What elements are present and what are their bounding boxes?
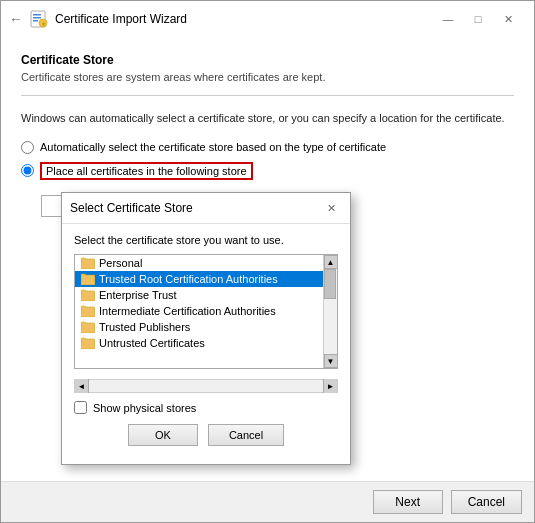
bottom-bar: Next Cancel (1, 481, 534, 522)
info-text: Windows can automatically select a certi… (21, 110, 514, 127)
tree-item-intermediate[interactable]: Intermediate Certification Authorities (75, 303, 323, 319)
title-bar-controls: — □ ✕ (434, 9, 522, 29)
folder-icon (81, 305, 95, 317)
dialog-buttons: OK Cancel (74, 424, 338, 454)
dialog-title-bar: Select Certificate Store ✕ (62, 193, 350, 224)
section-title: Certificate Store (21, 53, 514, 67)
svg-rect-3 (33, 20, 38, 22)
svg-text:★: ★ (41, 21, 46, 27)
tree-item-trusted-root[interactable]: Trusted Root Certification Authorities (75, 271, 323, 287)
folder-icon (81, 321, 95, 333)
main-content: Certificate Store Certificate stores are… (1, 37, 534, 481)
radio-auto-input[interactable] (21, 141, 34, 154)
tree-item-enterprise[interactable]: Enterprise Trust (75, 287, 323, 303)
svg-rect-1 (33, 14, 41, 16)
select-store-dialog: Select Certificate Store ✕ Select the ce… (61, 192, 351, 465)
maximize-button[interactable]: □ (464, 9, 492, 29)
radio-auto-label: Automatically select the certificate sto… (40, 141, 386, 153)
tree-item-label: Trusted Root Certification Authorities (99, 273, 278, 285)
show-physical-checkbox[interactable] (74, 401, 87, 414)
next-button[interactable]: Next (373, 490, 443, 514)
main-window: ← ★ Certificate Import Wizard — □ ✕ Cert… (0, 0, 535, 523)
back-arrow[interactable]: ← (9, 11, 23, 27)
tree-item-label: Enterprise Trust (99, 289, 177, 301)
wizard-icon: ★ (29, 9, 49, 29)
folder-icon (81, 257, 95, 269)
section-description: Certificate stores are system areas wher… (21, 71, 514, 83)
scroll-right[interactable]: ► (323, 379, 337, 393)
folder-icon (81, 289, 95, 301)
section-divider (21, 95, 514, 96)
radio-auto[interactable]: Automatically select the certificate sto… (21, 141, 514, 154)
radio-manual-label: Place all certificates in the following … (40, 162, 253, 180)
cancel-button[interactable]: Cancel (451, 490, 522, 514)
close-button[interactable]: ✕ (494, 9, 522, 29)
show-physical-label: Show physical stores (93, 402, 196, 414)
title-bar: ← ★ Certificate Import Wizard — □ ✕ (1, 1, 534, 37)
tree-item-publishers[interactable]: Trusted Publishers (75, 319, 323, 335)
tree-item-label: Intermediate Certification Authorities (99, 305, 276, 317)
folder-icon (81, 337, 95, 349)
tree-item-label: Trusted Publishers (99, 321, 190, 333)
show-physical-row: Show physical stores (74, 401, 338, 414)
radio-group: Automatically select the certificate sto… (21, 141, 514, 180)
tree-list: Personal Trusted Root Certification Auth… (75, 255, 323, 368)
tree-item-label: Untrusted Certificates (99, 337, 205, 349)
tree-item-untrusted[interactable]: Untrusted Certificates (75, 335, 323, 351)
horizontal-scrollbar[interactable]: ◄ ► (74, 379, 338, 393)
dialog-ok-button[interactable]: OK (128, 424, 198, 446)
scroll-up[interactable]: ▲ (324, 255, 338, 269)
radio-manual[interactable]: Place all certificates in the following … (21, 162, 514, 180)
folder-icon (81, 273, 95, 285)
tree-item-label: Personal (99, 257, 142, 269)
dialog-close-button[interactable]: ✕ (320, 199, 342, 217)
radio-manual-input[interactable] (21, 164, 34, 177)
minimize-button[interactable]: — (434, 9, 462, 29)
svg-rect-2 (33, 17, 41, 19)
title-bar-left: ← ★ Certificate Import Wizard (9, 9, 434, 29)
dialog-body: Select the certificate store you want to… (62, 224, 350, 464)
dialog-description: Select the certificate store you want to… (74, 234, 338, 246)
scroll-down[interactable]: ▼ (324, 354, 338, 368)
dialog-title: Select Certificate Store (70, 201, 193, 215)
scroll-left[interactable]: ◄ (75, 379, 89, 393)
dialog-cancel-button[interactable]: Cancel (208, 424, 284, 446)
scroll-track (324, 269, 337, 354)
tree-container: Personal Trusted Root Certification Auth… (74, 254, 338, 369)
scrollbar[interactable]: ▲ ▼ (323, 255, 337, 368)
scroll-thumb[interactable] (324, 269, 336, 299)
tree-item-personal[interactable]: Personal (75, 255, 323, 271)
window-title: Certificate Import Wizard (55, 12, 187, 26)
